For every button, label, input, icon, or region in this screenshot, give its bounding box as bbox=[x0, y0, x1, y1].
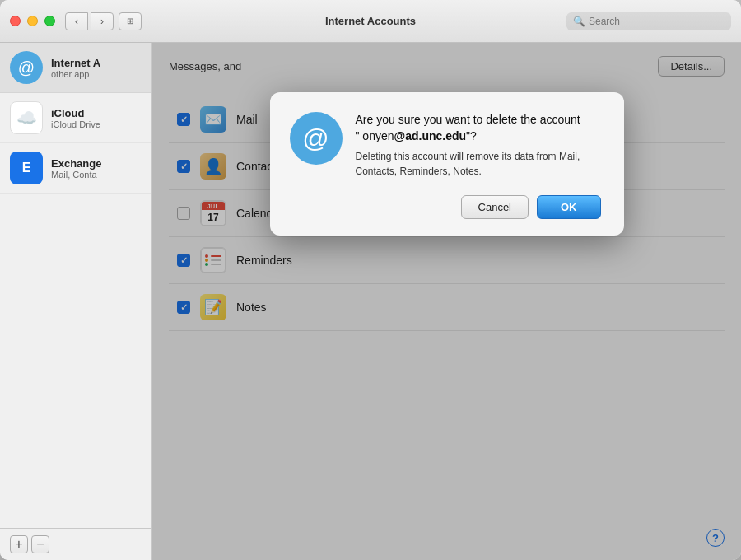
sidebar-item-internet-title: Internet A bbox=[51, 57, 100, 69]
sidebar-item-internet-subtitle: other app bbox=[51, 69, 100, 79]
grid-view-button[interactable]: ⊞ bbox=[119, 12, 142, 30]
sidebar-item-icloud-text: iCloud iCloud Drive bbox=[51, 107, 100, 129]
dialog-account-icon: @ bbox=[290, 112, 343, 165]
dialog-body: @ Are you sure you want to delete the ac… bbox=[290, 112, 601, 179]
search-icon: 🔍 bbox=[573, 16, 585, 27]
exchange-icon: E bbox=[10, 152, 43, 184]
main-window: ‹ › ⊞ Internet Accounts 🔍 @ Internet A o… bbox=[0, 0, 741, 560]
ok-button[interactable]: OK bbox=[537, 195, 601, 219]
titlebar: ‹ › ⊞ Internet Accounts 🔍 bbox=[0, 0, 741, 43]
traffic-lights bbox=[10, 16, 55, 26]
main-panel: Messages, and Details... ✉️ Mail 👤 Conta… bbox=[152, 43, 741, 560]
nav-buttons: ‹ › bbox=[65, 12, 114, 30]
sidebar-item-exchange-title: Exchange bbox=[51, 157, 101, 170]
sidebar-item-exchange-subtitle: Mail, Conta bbox=[51, 170, 101, 180]
content-area: @ Internet A other app ☁️ iCloud iCloud … bbox=[0, 43, 741, 560]
window-title: Internet Accounts bbox=[325, 15, 416, 27]
minimize-button[interactable] bbox=[27, 16, 38, 26]
dialog-title: Are you sure you want to delete the acco… bbox=[356, 112, 601, 144]
sidebar-item-icloud-subtitle: iCloud Drive bbox=[51, 119, 100, 129]
add-account-button[interactable]: + bbox=[10, 535, 28, 553]
dialog-overlay: @ Are you sure you want to delete the ac… bbox=[152, 43, 741, 560]
internet-icon: @ bbox=[10, 51, 43, 84]
search-box[interactable]: 🔍 bbox=[566, 12, 731, 30]
sidebar-footer: + − bbox=[0, 528, 151, 560]
remove-account-button[interactable]: − bbox=[31, 535, 49, 553]
cancel-button[interactable]: Cancel bbox=[461, 195, 529, 219]
sidebar-item-internet-text: Internet A other app bbox=[51, 57, 100, 79]
sidebar-item-icloud[interactable]: ☁️ iCloud iCloud Drive bbox=[0, 93, 151, 143]
icloud-icon: ☁️ bbox=[10, 101, 43, 134]
dialog-text: Are you sure you want to delete the acco… bbox=[356, 112, 601, 179]
search-input[interactable] bbox=[589, 16, 725, 27]
dialog-description: Deleting this account will remove its da… bbox=[356, 149, 601, 179]
maximize-button[interactable] bbox=[44, 16, 55, 26]
close-button[interactable] bbox=[10, 16, 21, 26]
back-button[interactable]: ‹ bbox=[65, 12, 88, 30]
sidebar-item-exchange-text: Exchange Mail, Conta bbox=[51, 157, 101, 180]
sidebar-item-internet[interactable]: @ Internet A other app bbox=[0, 43, 151, 93]
forward-button[interactable]: › bbox=[91, 12, 114, 30]
delete-account-dialog: @ Are you sure you want to delete the ac… bbox=[270, 92, 624, 236]
sidebar-item-exchange[interactable]: E Exchange Mail, Conta bbox=[0, 143, 151, 194]
dialog-buttons: Cancel OK bbox=[290, 195, 601, 219]
sidebar: @ Internet A other app ☁️ iCloud iCloud … bbox=[0, 43, 152, 560]
sidebar-item-icloud-title: iCloud bbox=[51, 107, 100, 119]
